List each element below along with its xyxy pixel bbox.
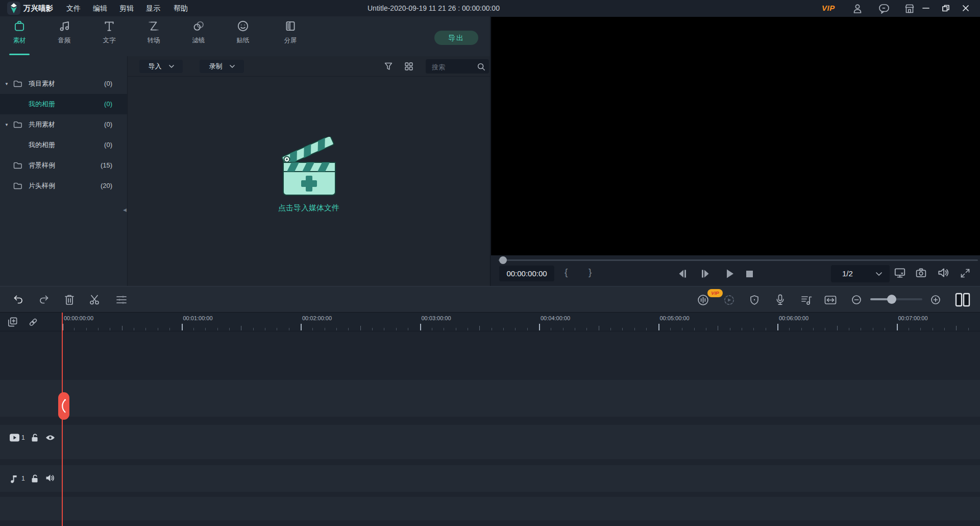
filter-tab-icon: [192, 19, 205, 33]
previous-frame-button[interactable]: [677, 269, 688, 279]
ruler-tick: [158, 328, 158, 330]
ruler-tick: [563, 328, 564, 330]
stop-button[interactable]: [746, 270, 753, 278]
ruler-tick: [622, 328, 623, 330]
timeline-zoom-handle[interactable]: [887, 295, 896, 304]
collapse-panel-icon[interactable]: ◀: [123, 207, 127, 212]
menu-clip[interactable]: 剪辑: [117, 0, 136, 16]
redo-button[interactable]: [38, 294, 50, 305]
app-logo-icon: [7, 2, 20, 15]
ruler-tick: [169, 328, 170, 330]
tab-splitscreen[interactable]: 分屏: [274, 19, 307, 53]
audio-track-lane: [0, 465, 980, 492]
sidebar-item-background-samples[interactable]: 背景样例 (15): [0, 155, 127, 176]
search-input[interactable]: [431, 59, 477, 75]
track-visibility-eye-icon[interactable]: [45, 434, 56, 442]
seek-handle[interactable]: [499, 256, 507, 264]
store-icon[interactable]: [904, 3, 915, 14]
zoom-out-icon[interactable]: [851, 295, 862, 305]
ruler-tick: [837, 326, 838, 330]
export-button[interactable]: 导出: [434, 31, 478, 45]
item-count: (20): [101, 176, 112, 196]
grid-view-icon[interactable]: [403, 61, 414, 72]
search-box: [426, 59, 489, 74]
delete-button[interactable]: [64, 294, 75, 306]
timeline-ruler[interactable]: 00:00:00:0000:01:00:0000:02:00:0000:03:0…: [0, 313, 980, 331]
playhead-handle[interactable]: [58, 392, 69, 420]
record-voiceover-icon[interactable]: [774, 294, 786, 306]
ruler-timecode-label: 00:01:00:00: [183, 315, 213, 321]
splitscreen-tab-icon: [284, 19, 297, 33]
marker-shield-icon[interactable]: [748, 294, 761, 306]
tab-audio[interactable]: 音频: [48, 19, 81, 53]
preview-quality-dropdown[interactable]: 1/2: [831, 265, 890, 282]
lock-icon[interactable]: [31, 473, 40, 484]
import-button[interactable]: 导入: [139, 60, 183, 73]
layout-columns-icon[interactable]: [954, 293, 971, 307]
ruler-tick: [444, 328, 444, 330]
media-toolbar: 导入 录制: [128, 56, 490, 77]
track-mute-speaker-icon[interactable]: [45, 473, 55, 483]
expand-arrow-icon[interactable]: ▼: [5, 115, 9, 135]
menu-view[interactable]: 显示: [144, 0, 162, 16]
media-library-tree: ▼ 项目素材 (0) 我的相册 (0) ▼ 共用素材 (0) 我的相册 (0): [0, 57, 127, 286]
ruler-tick: [325, 328, 325, 330]
restore-button[interactable]: [942, 4, 950, 12]
volume-icon[interactable]: [937, 266, 950, 279]
sticker-tab-label: 贴纸: [227, 36, 259, 45]
snapshot-camera-icon[interactable]: [915, 267, 927, 279]
render-preview-icon[interactable]: [723, 294, 735, 306]
tab-media[interactable]: 素材: [3, 19, 36, 53]
tab-text[interactable]: 文字: [93, 19, 126, 53]
folder-icon: [13, 160, 23, 171]
sidebar-item-my-album[interactable]: 我的相册 (0): [0, 94, 127, 114]
record-label: 录制: [209, 62, 223, 71]
fullscreen-icon[interactable]: [959, 267, 971, 279]
lock-icon[interactable]: [31, 433, 40, 443]
import-media-clapperboard-icon[interactable]: [274, 137, 344, 200]
menu-file[interactable]: 文件: [64, 0, 83, 16]
undo-button[interactable]: [12, 294, 24, 305]
ruler-timecode-label: 00:04:00:00: [541, 315, 570, 321]
record-button[interactable]: 录制: [200, 60, 244, 73]
menu-edit[interactable]: 编辑: [91, 0, 109, 16]
chevron-down-icon: [230, 65, 235, 68]
item-count: (0): [104, 74, 112, 94]
menu-help[interactable]: 帮助: [172, 0, 190, 16]
sidebar-item-label: 背景样例: [29, 155, 55, 176]
tab-transition[interactable]: 转场: [137, 19, 170, 53]
adjust-button[interactable]: [115, 294, 128, 305]
seek-bar[interactable]: [498, 259, 978, 261]
sidebar-item-label: 我的相册: [29, 94, 55, 114]
account-icon[interactable]: [852, 4, 863, 14]
sidebar-item-shared-media[interactable]: ▼ 共用素材 (0): [0, 114, 127, 135]
chevron-down-icon: [876, 272, 882, 276]
filter-view-icon[interactable]: [383, 61, 394, 72]
zoom-in-icon[interactable]: [930, 295, 941, 305]
close-button[interactable]: [962, 4, 970, 12]
search-icon[interactable]: [477, 62, 486, 71]
mark-out-icon[interactable]: }: [589, 267, 592, 278]
audio-tab-icon: [58, 19, 71, 33]
sidebar-item-shared-my-album[interactable]: 我的相册 (0): [0, 135, 127, 155]
next-frame-button[interactable]: [700, 269, 711, 279]
audio-track-number: 1: [21, 475, 25, 482]
tab-sticker[interactable]: 贴纸: [227, 19, 259, 53]
feedback-icon[interactable]: [878, 3, 890, 14]
minimize-button[interactable]: [922, 4, 930, 12]
play-button[interactable]: [725, 268, 735, 279]
auto-ripple-icon[interactable]: [824, 294, 837, 306]
sidebar-item-intro-samples[interactable]: 片头样例 (20): [0, 176, 127, 196]
video-track-lane: [0, 425, 980, 459]
play-on-monitor-icon[interactable]: [893, 266, 906, 279]
split-scissors-button[interactable]: [89, 294, 101, 305]
tab-filter[interactable]: 滤镜: [182, 19, 215, 53]
audio-mixer-icon[interactable]: [800, 294, 813, 306]
sidebar-item-project-media[interactable]: ▼ 项目素材 (0): [0, 74, 127, 94]
expand-arrow-icon[interactable]: ▼: [5, 74, 9, 94]
vip-button[interactable]: VIP: [822, 0, 835, 16]
voice-changer-icon[interactable]: [697, 294, 709, 306]
timeline-zoom-slider[interactable]: [870, 298, 922, 300]
ruler-tick: [813, 328, 814, 330]
mark-in-icon[interactable]: {: [565, 267, 568, 278]
